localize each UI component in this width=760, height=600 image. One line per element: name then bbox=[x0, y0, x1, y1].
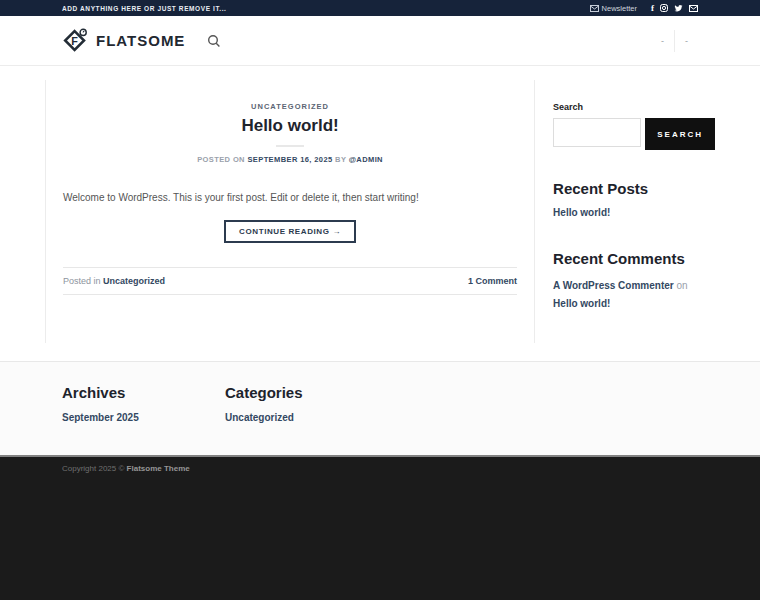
search-input[interactable] bbox=[553, 118, 641, 147]
flatsome-diamond-logo-icon: F bbox=[62, 27, 89, 54]
recent-comment-item: A WordPress Commenter on Hello world! bbox=[553, 277, 715, 313]
search-icon bbox=[207, 32, 221, 50]
absolute-footer: Copyright 2025 © Flatsome Theme bbox=[0, 455, 760, 483]
footer-widgets: Archives September 2025 Categories Uncat… bbox=[0, 361, 760, 455]
site-logo[interactable]: F FLATSOME bbox=[62, 27, 185, 54]
post-author-link[interactable]: @ADMIN bbox=[349, 155, 383, 164]
top-bar: ADD ANYTHING HERE OR JUST REMOVE IT... N… bbox=[0, 0, 760, 16]
post-title: Hello world! bbox=[63, 116, 517, 136]
comment-count-link[interactable]: 1 Comment bbox=[468, 276, 517, 286]
copyright-brand: Flatsome Theme bbox=[127, 464, 190, 473]
header-menu-item-2[interactable]: - bbox=[675, 36, 698, 46]
by-label: BY bbox=[335, 155, 346, 164]
twitter-icon[interactable] bbox=[674, 4, 683, 12]
site-header: F FLATSOME - - bbox=[0, 16, 760, 66]
copyright-text: Copyright 2025 © Flatsome Theme bbox=[45, 464, 715, 473]
post-category-link[interactable]: UNCATEGORIZED bbox=[63, 102, 517, 111]
newsletter-label: Newsletter bbox=[602, 4, 637, 13]
posted-on-label: POSTED ON bbox=[197, 155, 245, 164]
announcement-text: ADD ANYTHING HERE OR JUST REMOVE IT... bbox=[62, 5, 227, 12]
post-meta: POSTED ON SEPTEMBER 16, 2025 BY @ADMIN bbox=[63, 155, 517, 164]
blog-post: UNCATEGORIZED Hello world! POSTED ON SEP… bbox=[45, 80, 534, 343]
main-content: UNCATEGORIZED Hello world! POSTED ON SEP… bbox=[0, 66, 760, 361]
copyright-prefix: Copyright 2025 © bbox=[62, 464, 127, 473]
recent-comments-title: Recent Comments bbox=[553, 250, 715, 267]
category-link[interactable]: Uncategorized bbox=[225, 412, 294, 423]
post-excerpt: Welcome to WordPress. This is your first… bbox=[63, 190, 517, 205]
envelope-icon bbox=[590, 5, 599, 12]
categories-title: Categories bbox=[225, 384, 354, 401]
comment-author-link[interactable]: A WordPress Commenter bbox=[553, 280, 674, 291]
post-date-link[interactable]: SEPTEMBER 16, 2025 bbox=[247, 155, 332, 164]
site-title: FLATSOME bbox=[96, 32, 185, 49]
categories-widget: Categories Uncategorized bbox=[208, 384, 371, 425]
header-search-button[interactable] bbox=[207, 32, 221, 50]
post-footer: Posted in Uncategorized 1 Comment bbox=[63, 268, 517, 295]
archive-link[interactable]: September 2025 bbox=[62, 412, 139, 423]
search-widget-title: Search bbox=[553, 102, 715, 112]
comment-post-link[interactable]: Hello world! bbox=[553, 298, 610, 309]
search-submit-button[interactable]: SEARCH bbox=[645, 118, 715, 150]
instagram-icon[interactable] bbox=[660, 4, 668, 12]
email-icon[interactable] bbox=[689, 5, 698, 12]
continue-reading-button[interactable]: CONTINUE READING → bbox=[224, 220, 356, 243]
archives-title: Archives bbox=[62, 384, 191, 401]
sidebar: Search SEARCH Recent Posts Hello world! … bbox=[534, 80, 715, 343]
facebook-icon[interactable]: f bbox=[651, 4, 654, 13]
recent-posts-title: Recent Posts bbox=[553, 180, 715, 197]
svg-text:F: F bbox=[71, 35, 78, 47]
title-divider bbox=[276, 145, 304, 147]
archives-widget: Archives September 2025 bbox=[45, 384, 208, 425]
header-menu-item-1[interactable]: - bbox=[651, 36, 674, 46]
recent-post-link[interactable]: Hello world! bbox=[553, 207, 610, 218]
newsletter-link[interactable]: Newsletter bbox=[590, 4, 637, 13]
posted-in-category-link[interactable]: Uncategorized bbox=[103, 276, 165, 286]
comment-connector: on bbox=[676, 280, 687, 291]
posted-in-label: Posted in bbox=[63, 276, 101, 286]
